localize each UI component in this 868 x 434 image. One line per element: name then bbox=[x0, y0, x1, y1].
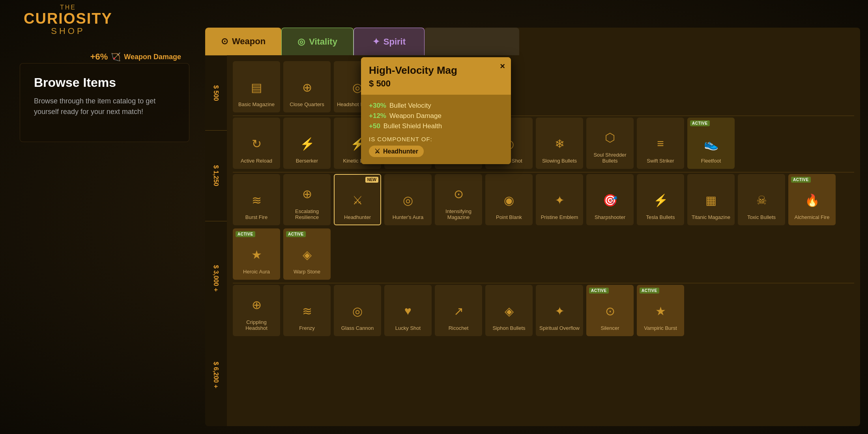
stat-value: +6% bbox=[90, 52, 108, 62]
component-label: IS COMPONENT OF: bbox=[369, 136, 503, 142]
tab-vitality[interactable]: ◎ Vitality bbox=[281, 28, 354, 55]
item-icon-pristine-emblem: ✦ bbox=[548, 188, 571, 212]
item-icon-siphon-bullets: ◈ bbox=[497, 299, 521, 323]
item-tesla-bullets[interactable]: ⚡Tesla Bullets bbox=[637, 174, 684, 225]
item-slowing-bullets[interactable]: ❄Slowing Bullets bbox=[536, 118, 583, 169]
item-name-ricochet: Ricochet bbox=[447, 325, 471, 331]
item-name-berserker: Berserker bbox=[294, 158, 320, 164]
item-icon-point-blank: ◉ bbox=[497, 188, 521, 212]
item-crippling-headshot[interactable]: ⊕Crippling Headshot bbox=[233, 285, 280, 336]
item-active-reload[interactable]: ↻Active Reload bbox=[233, 118, 280, 169]
item-icon-active-reload: ↻ bbox=[245, 132, 268, 155]
browse-panel: +6% 🏹 Weapon Damage Browse Items Browse … bbox=[20, 63, 189, 142]
item-burst-fire[interactable]: ≋Burst Fire bbox=[233, 174, 280, 225]
item-name-pristine-emblem: Pristine Emblem bbox=[539, 214, 580, 221]
item-warp-stone[interactable]: ACTIVE◈Warp Stone bbox=[283, 228, 331, 280]
price-sidebar: $ 500 $ 1,250 $ 3,000 + $ 6,200 + bbox=[205, 55, 227, 426]
panel-description: Browse through the item catalog to get y… bbox=[34, 96, 175, 117]
active-badge: ACTIVE bbox=[236, 231, 255, 237]
item-icon-intensifying-magazine: ⊙ bbox=[447, 182, 470, 206]
item-detail-price: $ 500 bbox=[369, 79, 503, 89]
item-icon-vampiric-burst: ★ bbox=[649, 299, 672, 323]
item-basic-mag[interactable]: ▤Basic Magazine bbox=[233, 61, 280, 112]
active-badge: ACTIVE bbox=[791, 177, 811, 183]
item-icon-glass-cannon: ◎ bbox=[346, 299, 369, 323]
item-hunters-aura[interactable]: ◎Hunter's Aura bbox=[384, 174, 432, 225]
item-icon-close-quarters: ⊕ bbox=[295, 75, 319, 99]
item-ricochet[interactable]: ↗Ricochet bbox=[435, 285, 482, 336]
item-detail-title: High-Velocity Mag bbox=[369, 64, 503, 77]
item-name-basic-mag: Basic Magazine bbox=[236, 101, 277, 108]
item-name-intensifying-magazine: Intensifying Magazine bbox=[436, 208, 481, 221]
stat-label-text: Bullet Velocity bbox=[389, 102, 431, 110]
item-name-hunters-aura: Hunter's Aura bbox=[391, 214, 425, 221]
weapon-tab-icon: ⊙ bbox=[221, 36, 228, 47]
tab-weapon[interactable]: ⊙ Weapon bbox=[205, 28, 281, 55]
item-toxic-bullets[interactable]: ☠Toxic Bullets bbox=[738, 174, 785, 225]
item-siphon-bullets[interactable]: ◈Siphon Bullets bbox=[485, 285, 533, 336]
item-name-spiritual-overflow: Spiritual Overflow bbox=[537, 325, 582, 331]
item-soul-shredder[interactable]: ⬡Soul Shredder Bullets bbox=[586, 118, 634, 169]
item-intensifying-magazine[interactable]: ⊙Intensifying Magazine bbox=[435, 174, 482, 225]
item-icon-hunters-aura: ◎ bbox=[396, 188, 420, 212]
price-row-3: ⊕Crippling Headshot≋Frenzy◎Glass Cannon♥… bbox=[233, 285, 854, 336]
price-row-0: ▤Basic Magazine⊕Close Quarters◎Headshot … bbox=[233, 61, 854, 112]
tab-spirit[interactable]: ✦ Spirit bbox=[354, 28, 425, 55]
item-alchemical-fire[interactable]: ACTIVE🔥Alchemical Fire bbox=[788, 174, 836, 225]
item-detail-panel: High-Velocity Mag $ 500 × +30%Bullet Vel… bbox=[361, 57, 511, 164]
shop-panel: ⊙ Weapon ◎ Vitality ✦ Spirit $ 500 $ 1,2… bbox=[205, 28, 860, 426]
item-icon-heroic-aura: ★ bbox=[245, 243, 268, 266]
logo: THE CURIOSITY SHOP bbox=[24, 4, 112, 36]
item-icon-fleetfoot: 👟 bbox=[699, 132, 723, 155]
tab-extra[interactable] bbox=[425, 28, 519, 55]
item-swift-striker[interactable]: ≡Swift Striker bbox=[637, 118, 684, 169]
price-1250: $ 1,250 bbox=[205, 130, 227, 221]
item-name-burst-fire: Burst Fire bbox=[243, 214, 269, 221]
price-3000: $ 3,000 + bbox=[205, 221, 227, 335]
item-name-headhunter: Headhunter bbox=[342, 214, 373, 221]
item-sharpshooter[interactable]: 🎯Sharpshooter bbox=[586, 174, 634, 225]
item-name-soul-shredder: Soul Shredder Bullets bbox=[587, 152, 633, 164]
item-heroic-aura[interactable]: ACTIVE★Heroic Aura bbox=[233, 228, 280, 280]
stat-label-text: Bullet Shield Health bbox=[383, 122, 442, 130]
item-icon-headhunter: ⚔ bbox=[346, 188, 369, 212]
item-fleetfoot[interactable]: ACTIVE👟Fleetfoot bbox=[687, 118, 735, 169]
price-row-1: ↻Active Reload⚡Berserker⚡Kinetic Dash⊙Lo… bbox=[233, 118, 854, 169]
item-icon-ricochet: ↗ bbox=[447, 299, 470, 323]
item-escalating-resilience[interactable]: ⊕Escalating Resilience bbox=[283, 174, 331, 225]
item-icon-swift-striker: ≡ bbox=[649, 132, 672, 155]
item-icon-frenzy: ≋ bbox=[295, 299, 319, 323]
item-icon-tesla-bullets: ⚡ bbox=[649, 188, 672, 212]
item-headhunter[interactable]: NEW⚔Headhunter bbox=[334, 174, 381, 225]
item-vampiric-burst[interactable]: ACTIVE★Vampiric Burst bbox=[637, 285, 684, 336]
item-spiritual-overflow[interactable]: ✦Spiritual Overflow bbox=[536, 285, 583, 336]
item-close-quarters[interactable]: ⊕Close Quarters bbox=[283, 61, 331, 112]
item-titanic-magazine[interactable]: ▦Titanic Magazine bbox=[687, 174, 735, 225]
section-divider bbox=[233, 172, 854, 172]
item-icon-toxic-bullets: ☠ bbox=[750, 188, 773, 212]
item-icon-alchemical-fire: 🔥 bbox=[800, 188, 824, 212]
section-divider bbox=[233, 283, 854, 283]
item-detail-body: +30%Bullet Velocity+12%Weapon Damage+50B… bbox=[361, 95, 511, 164]
stat-line: +30%Bullet Velocity bbox=[369, 102, 503, 110]
item-frenzy[interactable]: ≋Frenzy bbox=[283, 285, 331, 336]
weapon-tab-label: Weapon bbox=[232, 36, 266, 47]
item-name-frenzy: Frenzy bbox=[297, 325, 317, 331]
item-berserker[interactable]: ⚡Berserker bbox=[283, 118, 331, 169]
close-button[interactable]: × bbox=[500, 61, 505, 71]
component-tag: ⚔ Headhunter bbox=[369, 146, 424, 157]
item-pristine-emblem[interactable]: ✦Pristine Emblem bbox=[536, 174, 583, 225]
item-icon-escalating-resilience: ⊕ bbox=[295, 182, 319, 206]
item-glass-cannon[interactable]: ◎Glass Cannon bbox=[334, 285, 381, 336]
component-name: Headhunter bbox=[383, 148, 418, 155]
tab-bar: ⊙ Weapon ◎ Vitality ✦ Spirit bbox=[205, 28, 860, 55]
item-name-siphon-bullets: Siphon Bullets bbox=[490, 325, 527, 331]
price-500: $ 500 bbox=[205, 55, 227, 130]
item-icon-soul-shredder: ⬡ bbox=[598, 126, 622, 150]
item-name-slowing-bullets: Slowing Bullets bbox=[540, 158, 579, 164]
item-point-blank[interactable]: ◉Point Blank bbox=[485, 174, 533, 225]
item-lucky-shot[interactable]: ♥Lucky Shot bbox=[384, 285, 432, 336]
stat-line: +12%Weapon Damage bbox=[369, 112, 503, 120]
item-silencer[interactable]: ACTIVE⊙Silencer bbox=[586, 285, 634, 336]
item-icon-berserker: ⚡ bbox=[295, 132, 319, 155]
